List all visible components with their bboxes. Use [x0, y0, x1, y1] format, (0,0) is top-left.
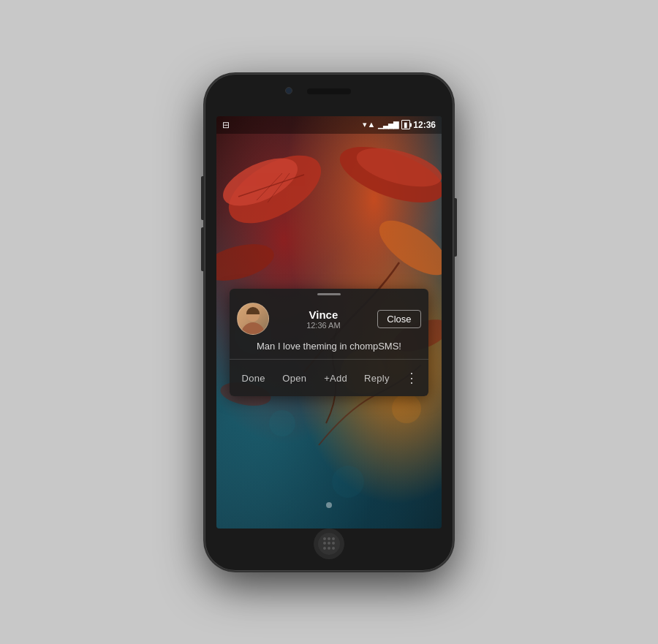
wifi-icon: ▾▲ [363, 120, 375, 129]
phone-home-button[interactable] [314, 529, 344, 559]
wallpaper: ⊟ ▾▲ ▁▃▅▇ ▮ 12:36 [216, 116, 442, 529]
status-right: ▾▲ ▁▃▅▇ ▮ 12:36 [363, 120, 436, 130]
phone-device: ⊟ ▾▲ ▁▃▅▇ ▮ 12:36 [205, 74, 453, 571]
reply-button[interactable]: Reply [356, 367, 397, 390]
svg-point-10 [392, 394, 421, 423]
contact-name: Vince [276, 308, 370, 321]
phone-speaker [307, 88, 351, 94]
notification-header: Vince 12:36 AM Close [230, 297, 428, 338]
battery-icon: ▮ [401, 120, 410, 129]
svg-point-5 [333, 135, 442, 214]
phone-camera [285, 87, 292, 94]
status-bar: ⊟ ▾▲ ▁▃▅▇ ▮ 12:36 [216, 116, 442, 134]
svg-point-12 [269, 410, 295, 436]
status-time: 12:36 [413, 120, 436, 130]
notification-title-area: Vince 12:36 AM [276, 308, 370, 330]
notification-time: 12:36 AM [276, 321, 370, 330]
drag-handle-bar [317, 293, 341, 295]
svg-point-1 [216, 148, 304, 216]
svg-point-6 [352, 140, 442, 194]
more-button[interactable]: ⋮ [398, 364, 426, 392]
open-button[interactable]: Open [274, 367, 315, 390]
svg-line-2 [238, 175, 304, 197]
svg-point-13 [332, 466, 364, 498]
svg-line-4 [268, 173, 290, 202]
notification-icon: ⊟ [222, 120, 230, 130]
notification-message: Man I love theming in chompSMS! [230, 338, 428, 359]
add-button[interactable]: +Add [315, 367, 356, 390]
signal-icon: ▁▃▅▇ [378, 121, 398, 129]
notification-actions: Done Open +Add Reply ⋮ [230, 360, 428, 396]
svg-point-7 [216, 237, 278, 287]
nav-dot [326, 502, 332, 508]
contact-avatar[interactable] [237, 303, 269, 335]
notification-card[interactable]: Vince 12:36 AM Close Man I love theming … [230, 289, 428, 396]
drag-handle [230, 289, 428, 297]
close-button[interactable]: Close [377, 310, 420, 328]
svg-line-3 [257, 173, 282, 200]
status-left: ⊟ [222, 120, 230, 130]
svg-point-8 [371, 210, 442, 284]
phone-screen: ⊟ ▾▲ ▁▃▅▇ ▮ 12:36 [216, 116, 442, 529]
done-button[interactable]: Done [232, 367, 273, 390]
svg-point-0 [218, 141, 332, 237]
